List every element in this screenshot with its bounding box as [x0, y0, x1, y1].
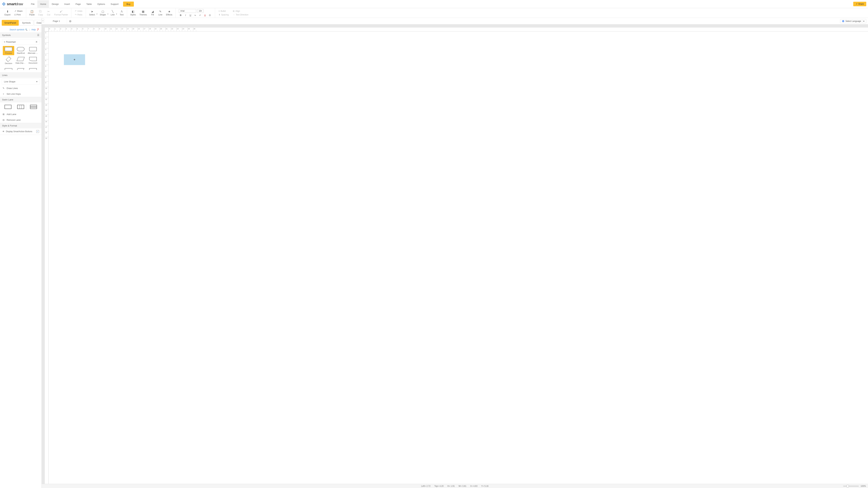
styles-button[interactable]: ◧Styles [128, 9, 138, 17]
font-size-select[interactable]: 10▾ [197, 9, 204, 13]
swim-single-icon [4, 105, 11, 109]
language-selector[interactable]: G Select Language ▾ [840, 19, 866, 23]
symbol-alternate[interactable]: Alternate Pr... [27, 46, 39, 55]
line-hops-button[interactable]: +Set Line Hops [0, 91, 41, 97]
add-lane-label: Add Lane [7, 113, 16, 116]
draw-lines-button[interactable]: ✎Draw Lines [0, 85, 41, 91]
symbol-category-flowchart[interactable]: Flowchart ✕ [2, 39, 39, 44]
effects-button[interactable]: ★Effects [164, 9, 174, 17]
select-label: Select [89, 13, 95, 16]
sidebar-collapse-handle[interactable]: > [42, 19, 44, 23]
status-left: Left= 2.72 [421, 485, 431, 487]
swim-rows[interactable] [27, 104, 39, 110]
menu-insert[interactable]: Insert [61, 0, 73, 8]
share-small-label: Share [17, 10, 23, 12]
smart-action-checkbox-row[interactable]: 👁Display SmartAction Buttons ✓ [0, 128, 41, 135]
menu-file[interactable]: File [28, 0, 37, 8]
search-text: Search symbols [9, 28, 24, 31]
add-page-button[interactable]: ⊕ [67, 19, 73, 23]
ruler-corner [45, 28, 49, 31]
font-color-button[interactable]: A [203, 13, 207, 17]
hamburger-icon[interactable]: ☰ [37, 34, 39, 36]
line-hops-label: Set Line Hops [7, 93, 21, 95]
symbol-partial-1[interactable] [3, 67, 14, 71]
zoom-level: 100% [861, 485, 866, 487]
line-style-button[interactable]: ✎Line [156, 9, 164, 17]
decision-shape-icon [6, 56, 11, 62]
superscript-button[interactable]: x² [198, 13, 202, 17]
main-area: SmartPanel Symbols Data ✕ Search symbols… [0, 18, 868, 488]
buy-button[interactable]: Buy [123, 2, 134, 7]
shape-button[interactable]: ▢Shape [98, 9, 109, 17]
symbol-decision[interactable]: Decision [3, 56, 14, 65]
symbol-document[interactable]: Document [27, 56, 39, 65]
themes-button[interactable]: ▦Themes [138, 9, 149, 17]
redo-label: Redo [78, 13, 83, 16]
divider: | [29, 28, 30, 31]
undo-icon: ↶ [75, 10, 76, 12]
smart-action-checkbox[interactable]: ✓ [36, 130, 39, 133]
process-shape-instance[interactable]: ✥ [64, 54, 85, 65]
menu-support[interactable]: Support [108, 0, 121, 8]
select-button[interactable]: ➤Select [87, 9, 98, 17]
line-button[interactable]: ╲Line [109, 9, 118, 17]
lines-header-label: Lines [2, 74, 7, 76]
bullet-button: ≡Bullet [218, 9, 229, 13]
plus-icon: + [2, 93, 5, 95]
symbol-grid: Process Start/End Alternate Pr... Decisi… [2, 46, 39, 65]
sidebar-search-row: Search symbols 🔍 | Help ❓ [0, 27, 41, 32]
menu-options[interactable]: Options [94, 0, 108, 8]
underline-button[interactable]: U [189, 13, 192, 17]
symbol-process[interactable]: Process [3, 46, 14, 55]
app-logo[interactable]: smartdraw [2, 2, 23, 6]
font-family-select[interactable]: Arial [179, 9, 196, 13]
subscript-button[interactable]: x₂ [193, 13, 197, 17]
share-small-button[interactable]: ↗Share [14, 9, 23, 13]
zoom-handle[interactable] [847, 485, 849, 487]
swim-single[interactable] [2, 104, 14, 110]
menu-page[interactable]: Page [73, 0, 84, 8]
clipboard-icon: 📋 [30, 10, 33, 13]
export-button[interactable]: ⬇ Export [3, 9, 12, 17]
share-button[interactable]: ↗ Share [853, 2, 866, 6]
page-tab-1[interactable]: Page 1 [46, 18, 67, 24]
bold-button[interactable]: B [179, 13, 183, 17]
swim-header-label: Swim Lane [2, 98, 13, 101]
symbol-start-end[interactable]: Start/End [15, 46, 26, 55]
menu-table[interactable]: Table [84, 0, 94, 8]
star-icon: ★ [168, 10, 171, 13]
symbol-data-input[interactable]: Data (Input... [15, 56, 26, 65]
category-close-icon[interactable]: ✕ [36, 41, 37, 43]
zoom-slider[interactable] [843, 486, 859, 486]
italic-button[interactable]: I [184, 13, 187, 17]
symbol-partial-3[interactable] [27, 67, 39, 71]
ruler-vertical [45, 31, 49, 484]
remove-lane-button[interactable]: ⊟Remove Lane [0, 117, 41, 123]
logo-icon [2, 2, 6, 6]
line-label: Line [111, 13, 115, 16]
text-button[interactable]: AText [118, 9, 125, 17]
line-shape-label: Line Shape [4, 80, 16, 83]
symbol-button[interactable]: Ω [208, 13, 212, 17]
status-bar: Left= 2.72 Top= 4.20 H= 1.91 W= 3.81 X= … [42, 484, 868, 488]
paste-label: Paste [29, 13, 35, 16]
symbol-partial-2[interactable] [15, 67, 26, 71]
export-label: Export [4, 13, 10, 16]
tab-symbols[interactable]: Symbols [20, 20, 33, 26]
swim-columns-icon [17, 105, 24, 109]
format-painter-label: Format Painter [54, 13, 68, 16]
process-label: Process [5, 52, 12, 54]
print-button[interactable]: ⎙Print [14, 13, 23, 16]
add-lane-button[interactable]: ⊞Add Lane [0, 111, 41, 117]
menu-home[interactable]: Home [37, 0, 49, 8]
drawing-canvas[interactable]: ✥ [49, 31, 868, 484]
swim-columns[interactable] [15, 104, 27, 110]
help-link[interactable]: Help ❓ [31, 28, 39, 31]
fill-button[interactable]: ◢Fill [149, 9, 156, 17]
paste-button[interactable]: 📋Paste [28, 9, 36, 17]
line-shape-dropdown[interactable]: Line Shape▾ [2, 78, 40, 85]
tab-smartpanel[interactable]: SmartPanel [2, 20, 19, 26]
menu-design[interactable]: Design [49, 0, 61, 8]
fill-label: Fill [151, 13, 154, 16]
search-symbols-link[interactable]: Search symbols 🔍 [9, 28, 27, 31]
